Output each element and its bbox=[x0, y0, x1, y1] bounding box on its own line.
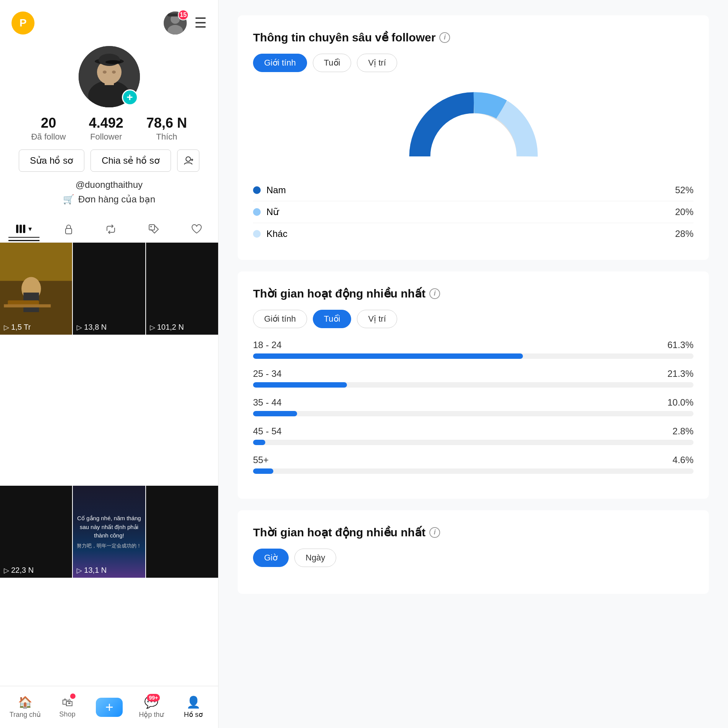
bar-fill-25-34 bbox=[253, 382, 347, 388]
svg-point-12 bbox=[112, 71, 116, 74]
video-3-count: 101,2 N bbox=[157, 323, 184, 332]
bar-header-25-34: 25 - 34 21.3% bbox=[253, 368, 693, 379]
likes-count: 78,6 N bbox=[146, 115, 187, 131]
tab-liked[interactable] bbox=[184, 220, 210, 238]
follower-section-title: Thông tin chuyên sâu về follower i bbox=[253, 31, 693, 44]
filter-ngay[interactable]: Ngày bbox=[294, 549, 336, 567]
video-thumbnail-1 bbox=[0, 243, 72, 335]
video-cell-5[interactable]: Cố gắng nhé, năm tháng sau này nhất định… bbox=[73, 486, 145, 578]
home-icon: 🏠 bbox=[18, 695, 32, 709]
bar-track-45-54 bbox=[253, 440, 693, 445]
bar-track-18-24 bbox=[253, 353, 693, 359]
nav-home[interactable]: 🏠 Trang chủ bbox=[10, 695, 41, 719]
tab-grid[interactable]: ▾ bbox=[8, 221, 39, 238]
video-cell-1[interactable]: ▷ 1,5 Tr bbox=[0, 243, 72, 335]
bottom-nav: 🏠 Trang chủ 🛍 Shop + 💬 99+ Hộp thư 👤 Hồ … bbox=[0, 686, 218, 728]
legend-nam-left: Nam bbox=[253, 185, 286, 196]
left-panel: P 15 ☰ bbox=[0, 0, 219, 728]
following-label: Đã follow bbox=[31, 132, 66, 142]
shop-dot-badge bbox=[70, 693, 76, 699]
tag-icon bbox=[148, 224, 159, 235]
nav-shop[interactable]: 🛍 Shop bbox=[52, 696, 83, 718]
hamburger-menu-icon[interactable]: ☰ bbox=[194, 15, 207, 31]
inbox-badge-wrapper: 💬 99+ bbox=[144, 695, 158, 709]
add-friend-button[interactable] bbox=[177, 150, 199, 172]
video-5-text-overlay: Cố gắng nhé, năm tháng sau này nhất định… bbox=[77, 514, 141, 549]
video-4-overlay: ▷ 22,3 N bbox=[4, 566, 34, 575]
legend-dot-khac bbox=[253, 230, 261, 238]
activity-section-title-2: Thời gian hoạt động nhiều nhất i bbox=[253, 526, 693, 539]
bar-row-55plus: 55+ 4.6% bbox=[253, 455, 693, 474]
video-1-count: 1,5 Tr bbox=[11, 323, 31, 332]
follower-info-icon[interactable]: i bbox=[439, 32, 450, 43]
video-cell-3[interactable]: ▷ 101,2 N bbox=[146, 243, 218, 335]
svg-point-21 bbox=[150, 226, 152, 227]
profile-section: + 20 Đã follow 4.492 Follower 78,6 N Thí… bbox=[0, 38, 218, 216]
filter-location[interactable]: Vị trí bbox=[357, 54, 397, 72]
create-plus-button[interactable]: + bbox=[96, 698, 123, 717]
bar-fill-18-24 bbox=[253, 353, 523, 359]
edit-profile-button[interactable]: Sửa hồ sơ bbox=[19, 150, 84, 172]
bar-row-35-44: 35 - 44 10.0% bbox=[253, 397, 693, 416]
add-follow-button[interactable]: + bbox=[122, 89, 138, 105]
play-icon-3: ▷ bbox=[150, 323, 155, 332]
tab-tagged[interactable] bbox=[141, 220, 167, 238]
bar-value-25-34: 21.3% bbox=[667, 368, 693, 379]
svg-rect-17 bbox=[20, 225, 22, 233]
gender-donut-chart bbox=[401, 84, 546, 168]
following-count: 20 bbox=[41, 115, 56, 131]
bar-header-35-44: 35 - 44 10.0% bbox=[253, 397, 693, 408]
bar-range-55plus: 55+ bbox=[253, 455, 269, 465]
nav-inbox[interactable]: 💬 99+ Hộp thư bbox=[136, 695, 167, 719]
gender-chart-container bbox=[253, 84, 693, 168]
cart-icon: 🛒 bbox=[63, 194, 74, 205]
notification-avatar[interactable]: 15 bbox=[164, 12, 187, 35]
bar-value-35-44: 10.0% bbox=[667, 397, 693, 408]
bar-track-35-44 bbox=[253, 411, 693, 416]
bar-value-18-24: 61.3% bbox=[667, 340, 693, 350]
svg-rect-16 bbox=[16, 225, 18, 233]
heart-outline-icon bbox=[191, 224, 202, 234]
legend-dot-nam bbox=[253, 186, 261, 194]
filter-age[interactable]: Tuổi bbox=[313, 54, 352, 72]
activity-info-icon-2[interactable]: i bbox=[429, 527, 440, 538]
activity-filter-tabs-2: Giờ Ngày bbox=[253, 549, 693, 567]
legend-nu-label: Nữ bbox=[266, 207, 279, 217]
svg-rect-27 bbox=[4, 304, 51, 307]
activity-info-icon-1[interactable]: i bbox=[429, 288, 440, 299]
activity-filter-gender[interactable]: Giới tính bbox=[253, 310, 307, 328]
legend-nu-left: Nữ bbox=[253, 207, 279, 217]
video-cell-2[interactable]: ▷ 13,8 N bbox=[73, 243, 145, 335]
video-5-overlay: ▷ 13,1 N bbox=[77, 566, 107, 575]
tab-reposts[interactable] bbox=[98, 221, 124, 238]
stat-likes: 78,6 N Thích bbox=[146, 115, 187, 142]
add-friend-icon bbox=[183, 155, 194, 166]
top-right: 15 ☰ bbox=[164, 12, 207, 35]
p-logo-icon: P bbox=[12, 12, 35, 35]
bar-row-45-54: 45 - 54 2.8% bbox=[253, 426, 693, 445]
right-panel: Thông tin chuyên sâu về follower i Giới … bbox=[219, 0, 728, 728]
video-2-overlay: ▷ 13,8 N bbox=[77, 323, 107, 332]
video-cell-4[interactable]: ▷ 22,3 N bbox=[0, 486, 72, 578]
bar-range-18-24: 18 - 24 bbox=[253, 340, 282, 350]
stat-following: 20 Đã follow bbox=[31, 115, 66, 142]
grid-icon bbox=[16, 225, 27, 233]
activity-filter-age[interactable]: Tuổi bbox=[313, 310, 352, 328]
legend-khac-left: Khác bbox=[253, 228, 288, 239]
activity-section-title-1: Thời gian hoạt động nhiều nhất i bbox=[253, 287, 693, 300]
order-row[interactable]: 🛒 Đơn hàng của bạn bbox=[63, 194, 155, 205]
filter-gender[interactable]: Giới tính bbox=[253, 54, 307, 72]
nav-create[interactable]: + bbox=[94, 698, 125, 717]
svg-point-10 bbox=[105, 60, 121, 64]
filter-gio[interactable]: Giờ bbox=[253, 549, 289, 567]
share-profile-button[interactable]: Chia sẻ hồ sơ bbox=[90, 150, 171, 172]
activity-filter-location[interactable]: Vị trí bbox=[357, 310, 397, 328]
avatar-container: + bbox=[79, 46, 140, 107]
nav-profile[interactable]: 👤 Hồ sơ bbox=[178, 695, 209, 719]
tab-private[interactable] bbox=[56, 220, 81, 238]
order-text: Đơn hàng của bạn bbox=[78, 194, 155, 205]
username: @duongthaithuy bbox=[76, 179, 143, 190]
profile-nav-icon: 👤 bbox=[186, 695, 200, 709]
lock-icon bbox=[64, 224, 73, 235]
legend-nu: Nữ 20% bbox=[253, 201, 693, 223]
